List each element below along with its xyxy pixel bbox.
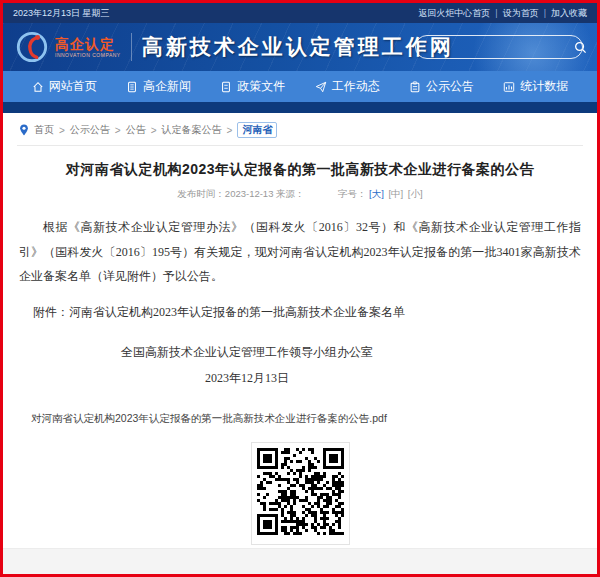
fontsize-medium-button[interactable]: [中] <box>388 188 403 199</box>
breadcrumb-filing-notices[interactable]: 认定备案公告 <box>162 123 222 137</box>
nav-item-work[interactable]: 工作动态 <box>315 78 380 95</box>
attachment-pdf-link[interactable]: 对河南省认定机构2023年认定报备的第一批高新技术企业进行备案的公告.pdf <box>31 412 387 426</box>
link-add-favorite[interactable]: 加入收藏 <box>551 7 587 20</box>
breadcrumb-notices[interactable]: 公示公告 <box>70 123 110 137</box>
breadcrumb-separator: > <box>151 125 157 136</box>
nav-item-policy[interactable]: 政策文件 <box>220 78 285 95</box>
breadcrumb-home[interactable]: 首页 <box>34 123 54 137</box>
main-nav: 网站首页 高企新闻 政策文件 工作动态 公示公告 <box>3 71 597 102</box>
clipboard-icon <box>409 81 421 93</box>
location-pin-icon <box>19 124 29 136</box>
separator: | <box>495 8 497 18</box>
breadcrumb-announcements[interactable]: 公告 <box>126 123 146 137</box>
issuing-office: 全国高新技术企业认定管理工作领导小组办公室 <box>19 344 475 361</box>
logo-icon <box>15 30 49 64</box>
bar-chart-icon <box>503 81 515 93</box>
nav-label: 公示公告 <box>426 78 474 95</box>
logo-subtext: INNOVATION COMPANY <box>55 53 121 58</box>
link-set-homepage[interactable]: 设为首页 <box>503 7 539 20</box>
top-utility-bar: 2023年12月13日 星期三 返回火炬中心首页 | 设为首页 | 加入收藏 <box>3 3 597 23</box>
home-icon <box>32 81 44 93</box>
article-title: 对河南省认定机构2023年认定报备的第一批高新技术企业进行备案的公告 <box>3 161 597 179</box>
footer-bar <box>3 548 597 574</box>
policy-icon <box>220 81 232 93</box>
article-meta: 发布时间：2023-12-13 来源： 字号： [大] [中] [小] <box>3 188 597 201</box>
logo-text: 高企认定 <box>55 37 121 51</box>
publish-date: 2023-12-13 <box>225 188 274 199</box>
breadcrumb-separator: > <box>115 125 121 136</box>
fontsize-small-button[interactable]: [小] <box>408 188 423 199</box>
nav-item-news[interactable]: 高企新闻 <box>126 78 191 95</box>
header-bottom-strip <box>3 102 597 113</box>
source-label: 来源： <box>276 188 305 199</box>
paper-plane-icon <box>315 81 327 93</box>
main-content: 首页 > 公示公告 > 公告 > 认定备案公告 > 河南省 对河南省认定机构20… <box>3 113 597 548</box>
nav-label: 政策文件 <box>237 78 285 95</box>
attachment-line: 附件：河南省认定机构2023年认定报备的第一批高新技术企业备案名单 <box>33 304 581 321</box>
breadcrumb-separator: > <box>59 125 65 136</box>
search-icon[interactable] <box>574 36 587 58</box>
issue-date: 2023年12月13日 <box>19 370 475 387</box>
site-logo[interactable]: 高企认定 INNOVATION COMPANY <box>15 30 121 64</box>
search-input[interactable] <box>416 41 574 53</box>
signature-block: 全国高新技术企业认定管理工作领导小组办公室 2023年12月13日 <box>19 344 475 387</box>
fontsize-label: 字号： <box>338 188 367 199</box>
breadcrumb-current-province[interactable]: 河南省 <box>237 122 277 138</box>
nav-item-stats[interactable]: 统计数据 <box>503 78 568 95</box>
site-header: 高企认定 INNOVATION COMPANY 高新技术企业认定管理工作网 <box>3 23 597 71</box>
nav-label: 工作动态 <box>332 78 380 95</box>
nav-item-notice[interactable]: 公示公告 <box>409 78 474 95</box>
current-date: 2023年12月13日 星期三 <box>13 7 110 20</box>
search-box <box>415 35 583 59</box>
qr-section: 扫一扫在手机打开当前页 <box>3 442 597 548</box>
article-body-wrap: 根据《高新技术企业认定管理办法》（国科发火〔2016〕32号）和《高新技术企业认… <box>3 215 597 426</box>
link-torch-center-home[interactable]: 返回火炬中心首页 <box>418 7 490 20</box>
nav-label: 统计数据 <box>520 78 568 95</box>
qr-code <box>251 442 350 545</box>
news-icon <box>126 81 138 93</box>
breadcrumb: 首页 > 公示公告 > 公告 > 认定备案公告 > 河南省 <box>17 113 583 146</box>
page: 2023年12月13日 星期三 返回火炬中心首页 | 设为首页 | 加入收藏 高… <box>0 0 600 577</box>
fontsize-large-button[interactable]: [大] <box>369 188 384 199</box>
nav-label: 高企新闻 <box>143 78 191 95</box>
breadcrumb-separator: > <box>227 125 233 136</box>
nav-label: 网站首页 <box>49 78 97 95</box>
site-title: 高新技术企业认定管理工作网 <box>142 33 454 61</box>
separator: | <box>544 8 546 18</box>
logo-divider <box>131 33 132 61</box>
nav-item-home[interactable]: 网站首页 <box>32 78 97 95</box>
article-paragraph: 根据《高新技术企业认定管理办法》（国科发火〔2016〕32号）和《高新技术企业认… <box>19 215 581 289</box>
publish-time-label: 发布时间： <box>177 188 225 199</box>
